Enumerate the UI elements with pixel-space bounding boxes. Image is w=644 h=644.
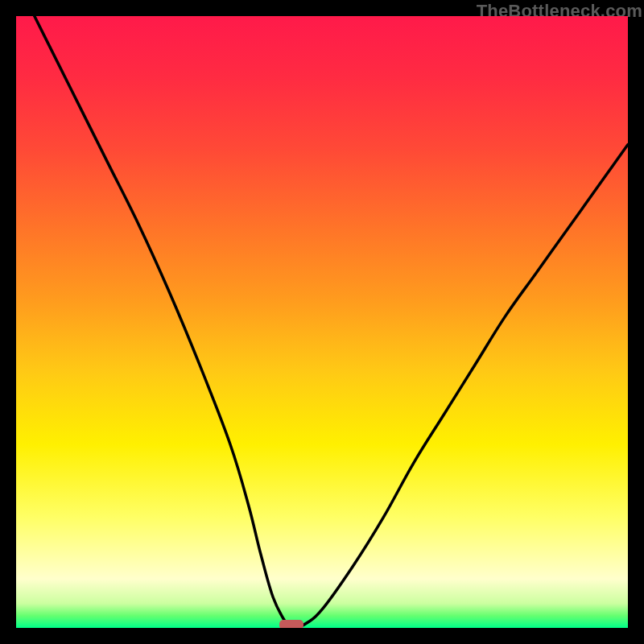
plot-area [16, 16, 628, 628]
chart-frame: TheBottleneck.com [0, 0, 644, 644]
bottleneck-curve-svg [16, 16, 628, 628]
bottleneck-curve [35, 16, 628, 628]
minimum-marker [279, 620, 303, 628]
